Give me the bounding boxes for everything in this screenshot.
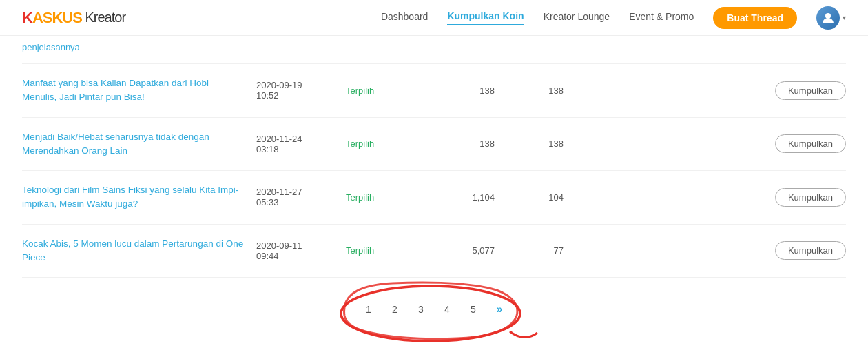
- article-coins: 138: [511, 85, 580, 96]
- table-row: Kocak Abis, 5 Momen lucu dalam Pertarung…: [22, 225, 846, 278]
- article-title-link[interactable]: Kocak Abis, 5 Momen lucu dalam Pertarung…: [22, 238, 243, 263]
- article-views: 1,104: [428, 192, 511, 203]
- article-action: Kumpulkan: [580, 134, 846, 153]
- article-status: Terpilih: [346, 245, 428, 256]
- article-coins: 138: [511, 139, 580, 149]
- nav: Dashboard Kumpulkan Koin Kreator Lounge …: [381, 6, 846, 30]
- article-status: Terpilih: [346, 192, 428, 203]
- article-title-col: Teknologi dari Film Sains Fiksi yang sel…: [22, 183, 256, 212]
- avatar-wrapper[interactable]: ▾: [816, 6, 846, 30]
- pagination-wrapper: 12345»: [22, 278, 846, 327]
- nav-kumpulkan-koin[interactable]: Kumpulkan Koin: [447, 10, 524, 25]
- article-title-link[interactable]: Teknologi dari Film Sains Fiksi yang sel…: [22, 185, 238, 209]
- avatar: [816, 6, 840, 30]
- partial-link[interactable]: penjelasannya: [22, 42, 80, 52]
- article-list: Manfaat yang bisa Kalian Dapatkan dari H…: [22, 64, 846, 278]
- kumpulkan-button[interactable]: Kumpulkan: [775, 134, 846, 153]
- article-coins: 77: [511, 245, 580, 256]
- article-views: 138: [428, 85, 511, 96]
- page-btn-2[interactable]: 2: [384, 298, 406, 320]
- article-views: 5,077: [428, 245, 511, 256]
- avatar-chevron-icon: ▾: [843, 14, 846, 21]
- article-date: 2020-11-2403:18: [256, 134, 346, 154]
- page-btn-4[interactable]: 4: [436, 298, 458, 320]
- logo: KASKUS Kreator: [22, 9, 125, 27]
- table-row: Menjadi Baik/Hebat seharusnya tidak deng…: [22, 118, 846, 172]
- article-title-col: Kocak Abis, 5 Momen lucu dalam Pertarung…: [22, 237, 256, 265]
- kumpulkan-button[interactable]: Kumpulkan: [775, 81, 846, 100]
- article-date: 2020-09-1910:52: [256, 80, 346, 101]
- page-next-btn[interactable]: »: [488, 298, 510, 320]
- nav-dashboard[interactable]: Dashboard: [381, 11, 428, 25]
- pagination: 12345»: [358, 298, 510, 320]
- nav-kreator-lounge[interactable]: Kreator Lounge: [544, 11, 610, 25]
- article-date: 2020-09-1109:44: [256, 240, 346, 261]
- article-views: 138: [428, 139, 511, 149]
- article-date: 2020-11-2705:33: [256, 187, 346, 207]
- article-status: Terpilih: [346, 85, 428, 96]
- logo-askus: ASKUS: [32, 9, 82, 27]
- article-action: Kumpulkan: [580, 188, 846, 207]
- article-title-col: Manfaat yang bisa Kalian Dapatkan dari H…: [22, 76, 256, 105]
- buat-thread-button[interactable]: Buat Thread: [713, 7, 797, 29]
- article-title-link[interactable]: Menjadi Baik/Hebat seharusnya tidak deng…: [22, 132, 209, 156]
- article-status: Terpilih: [346, 139, 428, 149]
- nav-event-promo[interactable]: Event & Promo: [629, 11, 694, 25]
- page-btn-5[interactable]: 5: [462, 298, 484, 320]
- table-row: Teknologi dari Film Sains Fiksi yang sel…: [22, 171, 846, 225]
- article-coins: 104: [511, 192, 580, 203]
- article-action: Kumpulkan: [580, 81, 846, 100]
- svg-point-0: [825, 13, 831, 19]
- page-btn-1[interactable]: 1: [358, 298, 380, 320]
- kumpulkan-button[interactable]: Kumpulkan: [775, 188, 846, 207]
- kumpulkan-button[interactable]: Kumpulkan: [775, 241, 846, 260]
- logo-kreator: Kreator: [82, 10, 125, 25]
- header: KASKUS Kreator Dashboard Kumpulkan Koin …: [0, 0, 868, 36]
- top-partial-row: penjelasannya: [22, 36, 846, 64]
- page-btn-3[interactable]: 3: [410, 298, 432, 320]
- article-title-link[interactable]: Manfaat yang bisa Kalian Dapatkan dari H…: [22, 78, 209, 102]
- table-row: Manfaat yang bisa Kalian Dapatkan dari H…: [22, 64, 846, 118]
- logo-k: K: [22, 9, 32, 27]
- main-content: penjelasannya Manfaat yang bisa Kalian D…: [0, 36, 868, 327]
- article-action: Kumpulkan: [580, 241, 846, 260]
- article-title-col: Menjadi Baik/Hebat seharusnya tidak deng…: [22, 130, 256, 158]
